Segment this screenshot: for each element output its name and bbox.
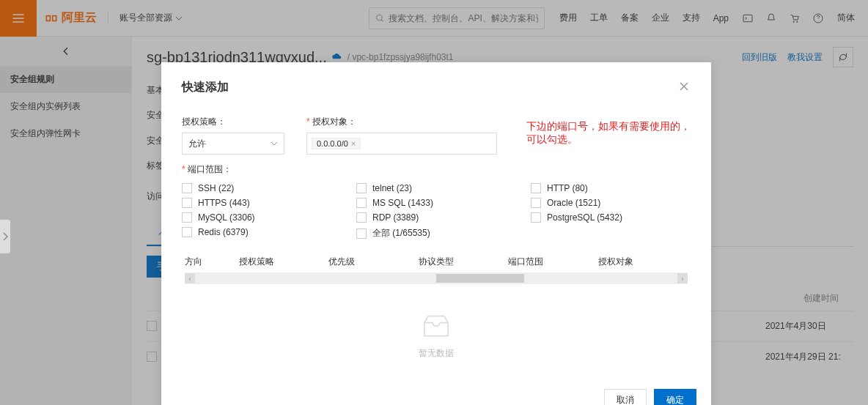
modal-title-text: 快速添加 — [182, 80, 229, 95]
target-input[interactable]: 0.0.0.0/0 × — [306, 133, 497, 155]
col-policy: 授权策略 — [239, 256, 329, 268]
modal-footer: 取消 确定 — [161, 382, 711, 405]
close-icon — [679, 81, 689, 92]
port-columns: SSH (22) HTTPS (443) MySQL (3306) Redis … — [182, 183, 691, 239]
port-col-1: SSH (22) HTTPS (443) MySQL (3306) Redis … — [182, 183, 342, 239]
port-oracle[interactable]: Oracle (1521) — [531, 198, 691, 208]
close-button[interactable] — [677, 81, 691, 94]
label-target: 授权对象： — [306, 111, 497, 128]
col-protocol: 协议类型 — [419, 256, 509, 268]
port-postgres[interactable]: PostgreSQL (5432) — [531, 212, 691, 223]
red-annotation: 下边的端口号，如果有需要使用的，可以勾选。 — [526, 120, 691, 146]
label-port-range: 端口范围： — [182, 163, 691, 176]
quick-add-modal: 快速添加 授权策略： 允许 授权对象： 0.0.0.0/0 × — [161, 62, 711, 405]
port-redis[interactable]: Redis (6379) — [182, 227, 342, 237]
col-target: 授权对象 — [598, 256, 688, 268]
ok-button[interactable]: 确定 — [654, 389, 696, 405]
empty-box-icon — [420, 313, 452, 340]
port-http[interactable]: HTTP (80) — [531, 183, 691, 193]
port-mssql[interactable]: MS SQL (1433) — [356, 198, 516, 208]
tag-remove[interactable]: × — [351, 139, 356, 148]
chevron-down-icon — [271, 140, 278, 147]
target-tag: 0.0.0.0/0 × — [312, 138, 361, 149]
port-section: 端口范围： SSH (22) HTTPS (443) MySQL (3306) … — [182, 163, 691, 239]
port-https[interactable]: HTTPS (443) — [182, 198, 342, 208]
scroll-left-icon[interactable]: ‹ — [185, 273, 195, 283]
modal-header: 快速添加 — [182, 80, 691, 95]
col-port: 端口范围 — [508, 256, 598, 268]
scroll-thumb[interactable] — [436, 274, 524, 283]
col-direction: 方向 — [185, 256, 239, 268]
side-expand-handle[interactable] — [0, 220, 10, 253]
form-row-policy-target: 授权策略： 允许 授权对象： 0.0.0.0/0 × 下边的端口号，如果有需要使… — [182, 111, 691, 155]
chevron-right-icon — [2, 232, 8, 241]
policy-value: 允许 — [188, 138, 206, 150]
policy-select[interactable]: 允许 — [182, 133, 284, 155]
port-rdp[interactable]: RDP (3389) — [356, 212, 516, 223]
port-ssh[interactable]: SSH (22) — [182, 183, 342, 193]
col-priority: 优先级 — [328, 256, 419, 268]
port-all[interactable]: 全部 (1/65535) — [356, 227, 516, 239]
label-policy: 授权策略： — [182, 111, 292, 128]
horizontal-scrollbar[interactable]: ‹ › — [185, 272, 688, 284]
watermark: https://blog.csdn.net/love521314123 — [734, 393, 864, 402]
port-col-3: HTTP (80) Oracle (1521) PostgreSQL (5432… — [531, 183, 691, 239]
port-col-2: telnet (23) MS SQL (1433) RDP (3389) 全部 … — [356, 183, 516, 239]
empty-text: 暂无数据 — [419, 347, 454, 360]
cancel-button[interactable]: 取消 — [604, 389, 647, 405]
port-mysql[interactable]: MySQL (3306) — [182, 212, 342, 223]
rules-grid-header: 方向 授权策略 优先级 协议类型 端口范围 授权对象 — [182, 256, 691, 272]
scroll-right-icon[interactable]: › — [677, 273, 688, 283]
port-telnet[interactable]: telnet (23) — [356, 183, 516, 193]
empty-state: 暂无数据 — [182, 284, 691, 382]
target-tag-text: 0.0.0.0/0 — [317, 139, 348, 148]
